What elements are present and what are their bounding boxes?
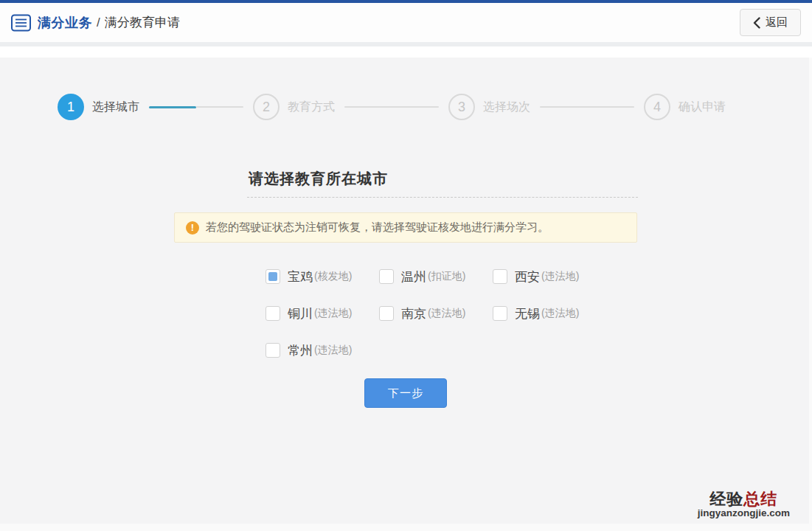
breadcrumb: 满分业务 / 满分教育申请	[11, 14, 180, 32]
list-icon	[11, 14, 31, 32]
chevron-left-icon	[753, 17, 760, 29]
city-option-xian[interactable]: 西安 (违法地)	[493, 258, 606, 295]
step-1-label: 选择城市	[92, 100, 139, 115]
module-title[interactable]: 满分业务	[38, 14, 92, 32]
step-4-confirm: 4 确认申请	[644, 94, 726, 120]
city-name: 铜川	[288, 305, 313, 322]
step-3-select-session: 3 选择场次	[448, 94, 530, 120]
checkbox-nanjing[interactable]	[379, 306, 394, 321]
city-tag: (违法地)	[428, 307, 465, 320]
city-tag: (违法地)	[314, 307, 352, 320]
checkbox-baoji[interactable]	[266, 269, 280, 284]
city-option-wuxi[interactable]: 无锡 (违法地)	[493, 295, 606, 332]
site-watermark: 经验总结 jingyanzongjie.com	[698, 490, 790, 519]
city-option-baoji[interactable]: 宝鸡 (核发地)	[266, 258, 379, 295]
connector-rest	[196, 106, 243, 108]
step-connector-3	[540, 106, 634, 108]
step-4-circle: 4	[644, 94, 670, 120]
city-name: 温州	[401, 268, 426, 285]
notice-text: 若您的驾驶证状态为注销可恢复，请选择驾驶证核发地进行满分学习。	[206, 221, 549, 235]
step-2-circle: 2	[253, 94, 280, 120]
step-3-circle: 3	[448, 94, 475, 120]
page-header: 满分业务 / 满分教育申请 返回	[0, 3, 812, 42]
step-3-label: 选择场次	[483, 100, 530, 115]
back-button[interactable]: 返回	[740, 9, 801, 36]
step-1-circle: 1	[58, 94, 84, 120]
watermark-title: 经验总结	[698, 490, 790, 508]
city-tag: (违法地)	[541, 307, 579, 320]
notice-banner: ! 若您的驾驶证状态为注销可恢复，请选择驾驶证核发地进行满分学习。	[174, 212, 637, 243]
city-tag: (违法地)	[314, 344, 352, 357]
step-connector-2	[344, 106, 439, 108]
watermark-domain: jingyanzongjie.com	[698, 508, 790, 519]
step-connector-1	[149, 106, 243, 108]
checkbox-wenzhou[interactable]	[379, 269, 394, 284]
connector-progress	[149, 106, 196, 108]
next-step-button[interactable]: 下一步	[364, 378, 447, 408]
city-name: 西安	[515, 268, 540, 285]
back-button-label: 返回	[766, 15, 788, 30]
city-tag: (扣证地)	[428, 270, 465, 283]
city-option-changzhou[interactable]: 常州 (违法地)	[266, 332, 379, 369]
step-2-education-mode: 2 教育方式	[253, 94, 335, 120]
checkbox-tongchuan[interactable]	[266, 306, 280, 321]
warning-icon: !	[186, 221, 199, 235]
checkbox-xian[interactable]	[493, 269, 507, 284]
city-name: 宝鸡	[288, 268, 313, 285]
step-2-label: 教育方式	[288, 100, 335, 115]
main-panel: 1 选择城市 2 教育方式 3 选择场次 4 确认申请 请选择教育所在城市 ! …	[0, 58, 809, 524]
checkbox-wuxi[interactable]	[493, 306, 507, 321]
city-option-tongchuan[interactable]: 铜川 (违法地)	[266, 295, 379, 332]
city-name: 南京	[401, 305, 426, 322]
city-option-list: 宝鸡 (核发地) 温州 (扣证地) 西安 (违法地) 铜川 (违法地) 南京 (…	[266, 258, 620, 369]
city-name: 无锡	[515, 305, 540, 322]
step-4-label: 确认申请	[679, 100, 726, 115]
city-option-wenzhou[interactable]: 温州 (扣证地)	[379, 258, 493, 295]
city-name: 常州	[288, 342, 313, 359]
breadcrumb-separator: /	[97, 15, 100, 30]
spacer	[0, 46, 812, 58]
step-1-select-city: 1 选择城市	[58, 94, 139, 120]
city-tag: (违法地)	[541, 270, 579, 283]
section-title: 请选择教育所在城市	[249, 169, 388, 189]
city-tag: (核发地)	[314, 270, 352, 283]
city-option-nanjing[interactable]: 南京 (违法地)	[379, 295, 493, 332]
page-title: 满分教育申请	[105, 14, 180, 31]
checkbox-changzhou[interactable]	[266, 343, 280, 358]
dashed-divider	[247, 197, 638, 198]
step-indicator: 1 选择城市 2 教育方式 3 选择场次 4 确认申请	[58, 94, 726, 120]
